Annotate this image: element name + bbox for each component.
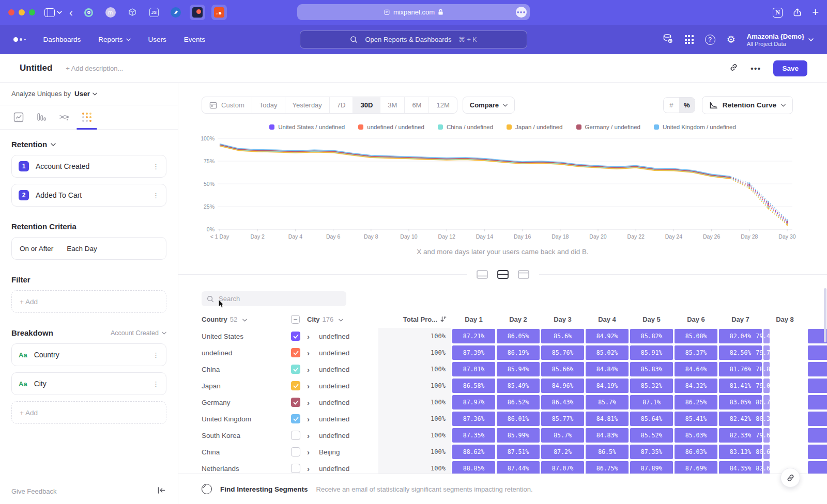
retention-value-cell[interactable]: 79.05% bbox=[763, 379, 770, 393]
legend-item[interactable]: United Kingdom / undefined bbox=[654, 124, 736, 130]
range-custom[interactable]: Custom bbox=[202, 97, 252, 113]
legend-item[interactable]: China / undefined bbox=[438, 124, 493, 130]
collapse-sidebar-icon[interactable] bbox=[158, 486, 165, 496]
country-cell[interactable]: United States bbox=[202, 333, 289, 340]
retention-value-cell[interactable]: 85.03% bbox=[675, 428, 717, 443]
city-cell[interactable]: undefined bbox=[319, 415, 377, 423]
expand-row-icon[interactable]: › bbox=[307, 398, 317, 407]
nav-link-events[interactable]: Events bbox=[184, 36, 205, 43]
range-yesterday[interactable]: Yesterday bbox=[285, 97, 329, 113]
criteria-value[interactable]: Each Day bbox=[67, 245, 97, 253]
country-cell[interactable]: China bbox=[202, 366, 289, 373]
retention-value-cell[interactable]: 78.87% bbox=[763, 362, 770, 376]
retention-value-cell[interactable]: 88.62% bbox=[452, 445, 495, 459]
retention-criteria-control[interactable]: On or After Each Day bbox=[11, 237, 166, 260]
tab-retention[interactable] bbox=[75, 105, 98, 129]
add-description[interactable]: + Add description... bbox=[66, 65, 123, 72]
new-tab-icon[interactable]: + bbox=[812, 6, 819, 19]
expand-row-icon[interactable]: › bbox=[307, 448, 317, 456]
add-breakdown-button[interactable]: + Add bbox=[11, 401, 166, 424]
retention-value-cell[interactable]: 85.77% bbox=[541, 412, 584, 426]
day-column-header[interactable]: Day 3 bbox=[541, 316, 584, 323]
day-column-header[interactable]: Day 1 bbox=[452, 316, 495, 323]
retention-value-cell[interactable]: 86.03% bbox=[675, 445, 717, 459]
breakdown-property[interactable]: Aa Country ⋮ bbox=[11, 343, 166, 366]
retention-value-cell[interactable]: 85.82% bbox=[630, 329, 673, 343]
mixpanel-logo-icon[interactable] bbox=[13, 37, 26, 42]
retention-value-cell[interactable]: 85.83% bbox=[630, 362, 673, 376]
retention-value-cell[interactable]: 85.37% bbox=[675, 345, 717, 360]
zoom-window-button[interactable] bbox=[29, 9, 35, 15]
city-cell[interactable]: undefined bbox=[319, 399, 377, 406]
unit-count-toggle[interactable]: # bbox=[664, 98, 679, 113]
retention-value-cell[interactable]: 85.41% bbox=[675, 412, 717, 426]
range-today[interactable]: Today bbox=[252, 97, 285, 113]
retention-value-cell[interactable]: 87.35% bbox=[452, 428, 495, 443]
tab-favicon-rings[interactable] bbox=[81, 5, 97, 20]
retention-value-cell-clipped[interactable] bbox=[808, 362, 827, 376]
retention-value-cell[interactable]: 85.6% bbox=[541, 329, 584, 343]
range-12m[interactable]: 12M bbox=[428, 97, 456, 113]
vertical-scrollbar[interactable] bbox=[824, 288, 826, 342]
segments-title[interactable]: Find Interesting Segments bbox=[220, 485, 308, 493]
retention-value-cell[interactable]: 86.43% bbox=[541, 395, 584, 410]
day-column-header[interactable]: Day 2 bbox=[497, 316, 540, 323]
retention-value-cell[interactable]: 85.66% bbox=[541, 362, 584, 376]
legend-item[interactable]: United States / undefined bbox=[269, 124, 345, 130]
nav-link-users[interactable]: Users bbox=[148, 36, 166, 43]
retention-value-cell[interactable]: 84.83% bbox=[586, 428, 629, 443]
country-column-header[interactable]: Country52 bbox=[202, 316, 289, 323]
retention-value-cell[interactable]: 84.96% bbox=[541, 379, 584, 393]
row-checkbox-unchecked[interactable] bbox=[291, 464, 300, 473]
save-button[interactable]: Save bbox=[773, 60, 807, 76]
country-cell[interactable]: China bbox=[202, 448, 289, 456]
retention-value-cell[interactable]: 87.2% bbox=[541, 445, 584, 459]
report-title[interactable]: Untitled bbox=[20, 63, 52, 73]
city-cell[interactable]: undefined bbox=[319, 333, 377, 340]
retention-value-cell[interactable]: 87.1% bbox=[630, 395, 673, 410]
retention-value-cell[interactable]: 86.52% bbox=[497, 395, 540, 410]
expand-row-icon[interactable]: › bbox=[307, 415, 317, 423]
country-cell[interactable]: Japan bbox=[202, 382, 289, 390]
give-feedback-link[interactable]: Give Feedback bbox=[11, 487, 56, 495]
share-icon[interactable] bbox=[793, 8, 802, 17]
day-column-header[interactable]: Day 4 bbox=[586, 316, 629, 323]
minimize-window-button[interactable] bbox=[19, 9, 25, 15]
retention-value-cell[interactable]: 85.32% bbox=[630, 379, 673, 393]
more-options-icon[interactable]: ••• bbox=[751, 64, 761, 73]
row-checkbox-unchecked[interactable] bbox=[291, 431, 300, 440]
retention-value-cell[interactable]: 84.19% bbox=[586, 379, 629, 393]
retention-value-cell[interactable]: 85.64% bbox=[630, 412, 673, 426]
copy-link-icon[interactable] bbox=[729, 63, 738, 74]
legend-item[interactable]: Germany / undefined bbox=[576, 124, 640, 130]
retention-value-cell[interactable]: 80.35% bbox=[763, 412, 770, 426]
day-column-header[interactable]: Day 5 bbox=[630, 316, 673, 323]
expand-row-icon[interactable]: › bbox=[307, 365, 317, 374]
retention-value-cell[interactable]: 87.36% bbox=[452, 412, 495, 426]
reader-options-icon[interactable]: ●●● bbox=[516, 7, 527, 18]
country-cell[interactable]: undefined bbox=[202, 349, 289, 357]
retention-value-cell[interactable]: 85.7% bbox=[586, 395, 629, 410]
city-cell[interactable]: undefined bbox=[319, 349, 377, 357]
sidebar-chevron-icon[interactable] bbox=[57, 11, 62, 14]
expand-row-icon[interactable]: › bbox=[307, 464, 317, 473]
retention-value-cell[interactable]: 86.05% bbox=[497, 329, 540, 343]
retention-section-header[interactable]: Retention bbox=[11, 140, 166, 149]
retention-value-cell[interactable]: 86.5% bbox=[586, 445, 629, 459]
retention-value-cell[interactable]: 85.94% bbox=[497, 362, 540, 376]
tab-favicon-soundcloud[interactable] bbox=[211, 5, 227, 20]
city-cell[interactable]: undefined bbox=[319, 432, 377, 439]
retention-value-cell[interactable]: 87.97% bbox=[452, 395, 495, 410]
kebab-menu-icon[interactable]: ⋮ bbox=[152, 192, 159, 199]
retention-value-cell[interactable]: 87.35% bbox=[630, 445, 673, 459]
retention-step[interactable]: 2 Added To Cart ⋮ bbox=[11, 184, 166, 207]
retention-value-cell[interactable]: 85.7% bbox=[541, 428, 584, 443]
retention-value-cell-clipped[interactable] bbox=[808, 345, 827, 360]
kebab-menu-icon[interactable]: ⋮ bbox=[152, 380, 159, 388]
expand-row-icon[interactable]: › bbox=[307, 332, 317, 341]
retention-value-cell[interactable]: 86.58% bbox=[452, 379, 495, 393]
tab-funnels[interactable] bbox=[30, 105, 53, 129]
retention-value-cell[interactable]: 87.21% bbox=[452, 329, 495, 343]
legend-item[interactable]: undefined / undefined bbox=[358, 124, 424, 130]
retention-value-cell[interactable]: 85.91% bbox=[630, 345, 673, 360]
